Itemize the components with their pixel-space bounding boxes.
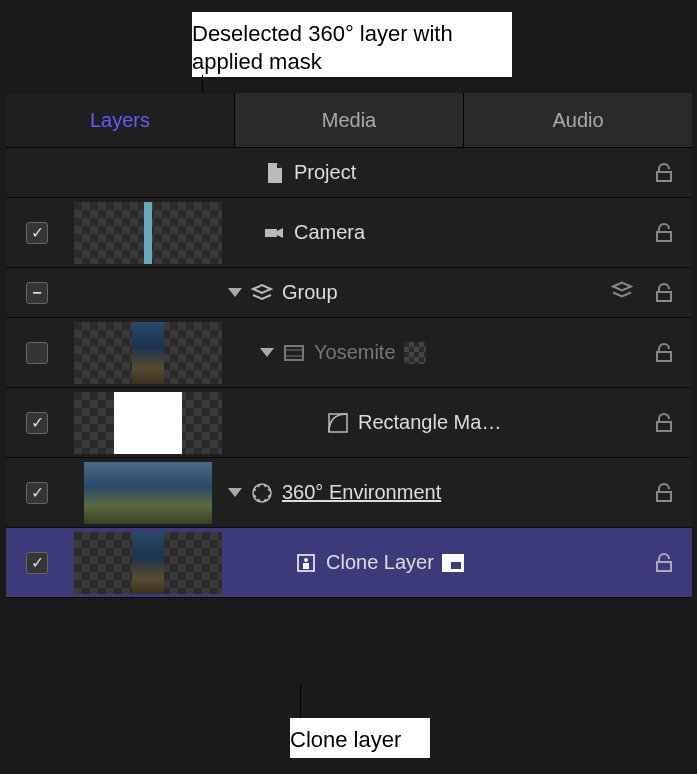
360env-label: 360° Environment: [282, 481, 441, 504]
clip-icon: [280, 341, 308, 365]
thumbnail-clone: [74, 532, 222, 594]
group-icon: [248, 281, 276, 305]
panel-tabs: Layers Media Audio: [6, 93, 692, 148]
callout-line: [300, 684, 301, 722]
annotation-top-text: Deselected 360° layer with applied mask: [192, 21, 453, 74]
disclosure-360env[interactable]: [228, 488, 242, 497]
checkbox-clone[interactable]: [26, 552, 48, 574]
svg-rect-4: [329, 414, 347, 432]
row-group[interactable]: Group: [6, 268, 692, 318]
layers-panel: Layers Media Audio Project Camera: [6, 93, 692, 598]
row-clone[interactable]: Clone Layer: [6, 528, 692, 598]
360-icon: [248, 481, 276, 505]
svg-rect-1: [285, 346, 303, 360]
row-rectmask[interactable]: Rectangle Ma…: [6, 388, 692, 458]
lock-group[interactable]: [636, 281, 692, 305]
mask-swatch: [404, 342, 426, 364]
disclosure-group[interactable]: [228, 288, 242, 297]
lock-clone[interactable]: [636, 551, 692, 575]
mask-icon: [324, 411, 352, 435]
camera-label: Camera: [294, 221, 365, 244]
clone-icon: [292, 551, 320, 575]
group-label: Group: [282, 281, 338, 304]
clone-label: Clone Layer: [326, 551, 434, 574]
row-360env[interactable]: 360° Environment: [6, 458, 692, 528]
stack-icon[interactable]: [610, 278, 634, 307]
svg-rect-0: [265, 229, 277, 237]
annotation-bottom-text: Clone layer: [290, 727, 401, 752]
tab-media[interactable]: Media: [235, 93, 464, 147]
clone-swatch: [442, 554, 464, 572]
annotation-top: Deselected 360° layer with applied mask: [192, 12, 512, 77]
thumbnail-rectmask: [74, 392, 222, 454]
thumbnail-360env: [74, 462, 222, 524]
camera-icon: [260, 221, 288, 245]
project-label: Project: [294, 161, 356, 184]
svg-rect-7: [303, 563, 309, 569]
tab-layers[interactable]: Layers: [6, 93, 235, 147]
row-yosemite[interactable]: Yosemite: [6, 318, 692, 388]
checkbox-yosemite[interactable]: [26, 342, 48, 364]
tab-audio[interactable]: Audio: [464, 93, 692, 147]
svg-point-8: [304, 558, 308, 562]
lock-yosemite[interactable]: [636, 341, 692, 365]
checkbox-360env[interactable]: [26, 482, 48, 504]
lock-camera[interactable]: [636, 221, 692, 245]
yosemite-label: Yosemite: [314, 341, 396, 364]
row-project[interactable]: Project: [6, 148, 692, 198]
svg-point-5: [253, 484, 271, 502]
rectmask-label: Rectangle Ma…: [358, 411, 501, 434]
lock-rectmask[interactable]: [636, 411, 692, 435]
checkbox-rectmask[interactable]: [26, 412, 48, 434]
row-camera[interactable]: Camera: [6, 198, 692, 268]
checkbox-group[interactable]: [26, 282, 48, 304]
disclosure-yosemite[interactable]: [260, 348, 274, 357]
checkbox-camera[interactable]: [26, 222, 48, 244]
thumbnail-yosemite: [74, 322, 222, 384]
lock-project[interactable]: [636, 161, 692, 185]
annotation-bottom: Clone layer: [290, 718, 430, 758]
thumbnail-camera: [74, 202, 222, 264]
lock-360env[interactable]: [636, 481, 692, 505]
project-icon: [260, 161, 288, 185]
